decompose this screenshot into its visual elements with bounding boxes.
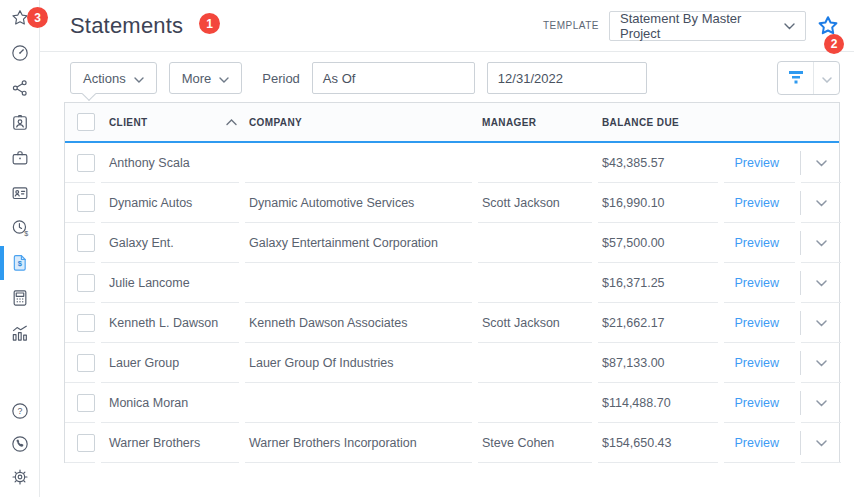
balance-due-cell: $114,488.70 <box>598 383 718 423</box>
client-name: Warner Brothers <box>109 436 200 450</box>
row-checkbox-cell <box>65 383 95 423</box>
column-header-balance-due[interactable]: BALANCE DUE <box>598 117 718 128</box>
preview-link[interactable]: Preview <box>735 276 779 290</box>
client-cell: Julie Lancome <box>101 263 239 303</box>
row-expand-button[interactable] <box>801 423 841 463</box>
preview-link[interactable]: Preview <box>735 196 779 210</box>
actions-button[interactable]: Actions <box>70 62 157 94</box>
statement-document-icon: $ <box>10 253 30 273</box>
table-row: Lauer Group Lauer Group Of Industries $8… <box>65 343 839 383</box>
client-cell: Dynamic Autos <box>101 183 239 223</box>
chevron-down-icon <box>816 316 827 330</box>
row-checkbox[interactable] <box>77 394 95 412</box>
column-header-client[interactable]: CLIENT <box>101 117 239 128</box>
actions-button-label: Actions <box>83 71 126 86</box>
row-checkbox[interactable] <box>77 354 95 372</box>
row-expand-button[interactable] <box>801 383 841 423</box>
row-checkbox[interactable] <box>77 234 95 252</box>
preview-cell: Preview <box>724 223 795 263</box>
balance-due-cell: $16,371.25 <box>598 263 718 303</box>
chevron-down-icon <box>816 156 827 170</box>
gear-icon <box>10 467 30 487</box>
preview-link[interactable]: Preview <box>735 436 779 450</box>
main-area: Statements TEMPLATE Statement By Master … <box>40 0 854 497</box>
row-expand-button[interactable] <box>801 143 841 183</box>
help-icon: ? <box>10 401 30 421</box>
client-name: Julie Lancome <box>109 276 190 290</box>
row-checkbox-cell <box>65 183 95 223</box>
sidebar-top-group: $ $ <box>0 8 40 343</box>
select-all-checkbox[interactable] <box>77 113 95 131</box>
client-name: Dynamic Autos <box>109 196 192 210</box>
row-checkbox[interactable] <box>77 154 95 172</box>
sidebar-item-projects[interactable] <box>0 148 40 168</box>
row-expand-button[interactable] <box>801 263 841 303</box>
sidebar-item-accounts[interactable] <box>0 183 40 203</box>
client-name: Monica Moran <box>109 396 188 410</box>
chevron-down-icon <box>816 196 827 210</box>
more-button[interactable]: More <box>169 62 243 94</box>
preview-cell: Preview <box>724 303 795 343</box>
row-checkbox-cell <box>65 223 95 263</box>
row-expand-button[interactable] <box>801 303 841 343</box>
row-checkbox[interactable] <box>77 434 95 452</box>
phone-icon <box>10 434 30 454</box>
company-cell: Kenneth Dawson Associates <box>245 303 472 343</box>
preview-cell: Preview <box>724 143 795 183</box>
filter-split-button <box>777 61 840 95</box>
annotation-badge-3: 3 <box>27 7 48 28</box>
row-checkbox-cell <box>65 423 95 463</box>
sidebar-item-reports[interactable] <box>0 323 40 343</box>
period-type-input[interactable]: As Of <box>312 62 475 94</box>
company-name: Warner Brothers Incorporation <box>249 436 417 450</box>
preview-link[interactable]: Preview <box>735 156 779 170</box>
template-select[interactable]: Statement By Master Project <box>609 11 806 41</box>
row-checkbox[interactable] <box>77 274 95 292</box>
more-button-label: More <box>182 71 212 86</box>
sidebar: $ $ ? <box>0 0 40 497</box>
manager-cell: Steve Cohen <box>478 423 592 463</box>
contact-badge-icon <box>10 113 30 133</box>
preview-link[interactable]: Preview <box>735 316 779 330</box>
client-name: Anthony Scala <box>109 156 190 170</box>
row-expand-button[interactable] <box>801 223 841 263</box>
briefcase-icon <box>10 148 30 168</box>
row-checkbox[interactable] <box>77 314 95 332</box>
sidebar-item-help[interactable]: ? <box>0 401 40 421</box>
column-header-company[interactable]: COMPANY <box>245 117 472 128</box>
column-header-manager[interactable]: MANAGER <box>478 117 592 128</box>
filter-button[interactable] <box>778 62 814 94</box>
svg-text:$: $ <box>24 230 28 238</box>
manager-cell <box>478 383 592 423</box>
company-cell: Warner Brothers Incorporation <box>245 423 472 463</box>
company-cell: Dynamic Automotive Services <box>245 183 472 223</box>
sidebar-item-dashboard[interactable] <box>0 43 40 63</box>
manager-cell <box>478 143 592 183</box>
sidebar-item-contacts[interactable] <box>0 113 40 133</box>
table-row: Dynamic Autos Dynamic Automotive Service… <box>65 183 839 223</box>
row-checkbox[interactable] <box>77 194 95 212</box>
preview-link[interactable]: Preview <box>735 236 779 250</box>
sidebar-item-time-billing[interactable]: $ <box>0 218 40 238</box>
sidebar-item-statements[interactable]: $ <box>0 253 40 273</box>
sidebar-item-settings[interactable] <box>0 467 40 487</box>
period-date-input[interactable]: 12/31/2022 <box>487 62 647 94</box>
manager-cell <box>478 343 592 383</box>
company-name: Lauer Group Of Industries <box>249 356 394 370</box>
sidebar-item-calculator[interactable] <box>0 288 40 308</box>
sidebar-item-share[interactable] <box>0 78 40 98</box>
sort-ascending-icon <box>226 117 237 128</box>
row-expand-button[interactable] <box>801 183 841 223</box>
filter-dropdown-button[interactable] <box>814 62 839 94</box>
preview-link[interactable]: Preview <box>735 396 779 410</box>
row-checkbox-cell <box>65 343 95 383</box>
period-label: Period <box>262 71 300 86</box>
chevron-down-icon <box>816 396 827 410</box>
analytics-chart-icon <box>10 323 30 343</box>
row-expand-button[interactable] <box>801 343 841 383</box>
manager-cell: Scott Jackson <box>478 183 592 223</box>
preview-link[interactable]: Preview <box>735 356 779 370</box>
preview-cell: Preview <box>724 263 795 303</box>
sidebar-item-support[interactable] <box>0 434 40 454</box>
manager-name: Scott Jackson <box>482 196 560 210</box>
